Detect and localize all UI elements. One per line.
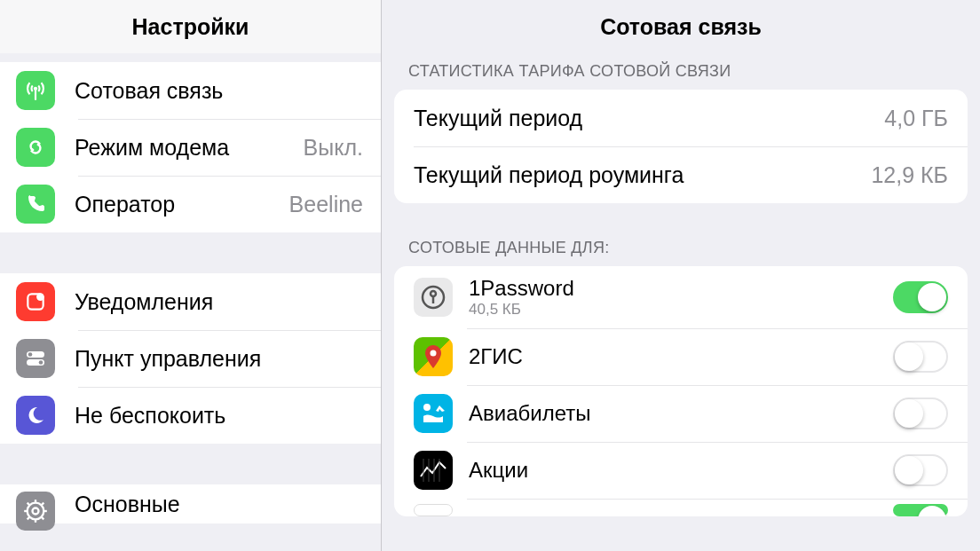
app-name: 2ГИС — [469, 344, 893, 369]
app-icon-partial — [414, 504, 453, 516]
stat-label: Текущий период — [414, 106, 884, 131]
svg-line-16 — [42, 503, 43, 505]
app-toggle[interactable] — [893, 454, 948, 486]
app-icon-skyscanner — [414, 394, 453, 433]
svg-point-6 — [39, 360, 43, 365]
stat-current-period[interactable]: Текущий период 4,0 ГБ — [394, 90, 968, 146]
svg-point-0 — [34, 87, 37, 91]
sidebar-item-label: Основные — [75, 492, 367, 517]
app-icon-1password — [414, 278, 453, 317]
app-row-2gis[interactable]: 2ГИС — [394, 328, 968, 385]
svg-point-7 — [28, 503, 44, 520]
svg-point-21 — [423, 404, 431, 411]
sidebar-item-notifications[interactable]: Уведомления — [0, 273, 381, 330]
app-toggle[interactable] — [893, 341, 948, 373]
svg-point-18 — [431, 291, 436, 296]
app-icon-stocks — [414, 451, 453, 490]
main-panel: Сотовая связь СТАТИСТИКА ТАРИФА СОТОВОЙ … — [382, 0, 980, 551]
sidebar-item-cellular[interactable]: Сотовая связь — [0, 62, 381, 119]
antenna-icon — [16, 71, 55, 110]
gear-icon — [16, 492, 55, 531]
sidebar-item-carrier[interactable]: Оператор Beeline — [0, 176, 381, 232]
app-name: Авиабилеты — [469, 401, 893, 426]
sidebar-item-label: Уведомления — [75, 289, 367, 315]
svg-point-20 — [431, 350, 437, 357]
svg-point-8 — [33, 508, 39, 515]
sidebar-item-control-center[interactable]: Пункт управления — [0, 330, 381, 387]
sidebar-item-label: Сотовая связь — [75, 78, 363, 104]
stat-value: 4,0 ГБ — [884, 106, 948, 131]
stats-group: Текущий период 4,0 ГБ Текущий период роу… — [394, 90, 968, 203]
app-toggle[interactable] — [893, 281, 948, 313]
sidebar-item-value: Выкл. — [304, 135, 363, 161]
sidebar-item-value: Beeline — [289, 192, 363, 217]
sidebar-group-system: Уведомления Пункт управления Не беспокои… — [0, 273, 381, 444]
apps-section-header: СОТОВЫЕ ДАННЫЕ ДЛЯ: — [382, 230, 980, 266]
app-name: 1Password — [469, 276, 893, 301]
main-title: Сотовая связь — [382, 0, 980, 53]
sidebar-item-label: Режим модема — [75, 135, 304, 161]
stat-label: Текущий период роуминга — [414, 162, 871, 188]
app-toggle[interactable] — [893, 398, 948, 429]
sidebar-group-general: Основные — [0, 484, 381, 523]
sidebar-item-label: Не беспокоить — [75, 403, 367, 429]
app-row-1password[interactable]: 1Password 40,5 КБ — [394, 266, 968, 328]
app-toggle[interactable] — [893, 504, 948, 516]
sidebar-item-label: Пункт управления — [75, 346, 367, 372]
phone-icon — [16, 185, 55, 224]
app-icon-2gis — [414, 337, 453, 376]
moon-icon — [16, 396, 55, 435]
sidebar-title: Настройки — [0, 0, 381, 53]
svg-point-4 — [28, 352, 33, 357]
notifications-icon — [16, 282, 55, 321]
app-usage: 40,5 КБ — [469, 301, 893, 319]
apps-group: 1Password 40,5 КБ 2ГИС Авиабилеты — [394, 266, 968, 516]
svg-line-14 — [42, 517, 43, 519]
stat-value: 12,9 КБ — [871, 162, 948, 188]
app-row-stocks[interactable]: Акции — [394, 442, 968, 499]
sidebar-item-hotspot[interactable]: Режим модема Выкл. — [0, 119, 381, 176]
svg-line-13 — [28, 503, 29, 505]
stats-section-header: СТАТИСТИКА ТАРИФА СОТОВОЙ СВЯЗИ — [382, 53, 980, 90]
link-icon — [16, 128, 55, 167]
toggles-icon — [16, 339, 55, 378]
sidebar: Настройки Сотовая связь Режим модема Вык… — [0, 0, 382, 551]
svg-line-15 — [28, 517, 29, 519]
app-name: Акции — [469, 458, 893, 483]
sidebar-item-label: Оператор — [75, 192, 289, 217]
sidebar-group-connectivity: Сотовая связь Режим модема Выкл. Операто… — [0, 62, 381, 232]
app-row-partial[interactable] — [394, 499, 968, 516]
sidebar-item-general[interactable]: Основные — [0, 484, 381, 523]
sidebar-item-dnd[interactable]: Не беспокоить — [0, 387, 381, 444]
stat-roaming-period[interactable]: Текущий период роуминга 12,9 КБ — [394, 146, 968, 203]
svg-point-2 — [36, 293, 44, 301]
app-row-skyscanner[interactable]: Авиабилеты — [394, 385, 968, 442]
